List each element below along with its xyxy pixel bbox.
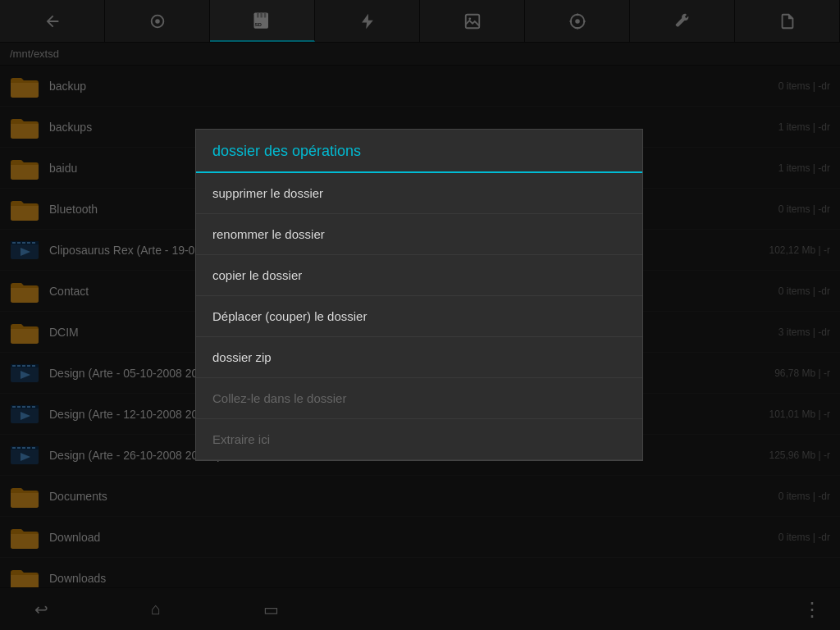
context-menu-title: dossier des opérations [196, 130, 642, 173]
context-menu: dossier des opérations supprimer le doss… [195, 129, 643, 461]
context-menu-item[interactable]: copier le dossier [196, 255, 642, 296]
context-menu-item: Extraire ici [196, 419, 642, 460]
context-menu-item[interactable]: Déplacer (couper) le dossier [196, 296, 642, 337]
context-menu-item[interactable]: dossier zip [196, 337, 642, 378]
context-menu-item[interactable]: supprimer le dossier [196, 173, 642, 214]
context-menu-item: Collez-le dans le dossier [196, 378, 642, 419]
context-menu-item[interactable]: renommer le dossier [196, 214, 642, 255]
